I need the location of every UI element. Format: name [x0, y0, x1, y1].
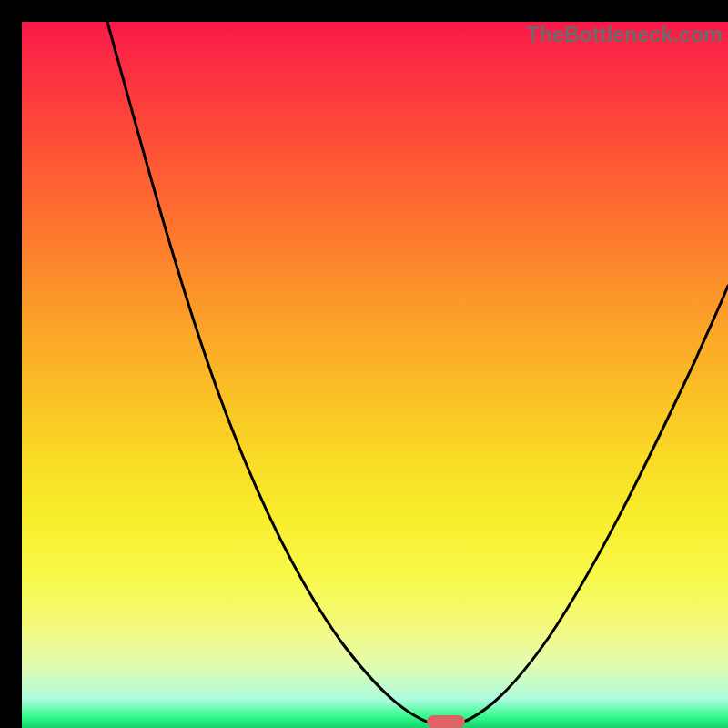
curve-path	[107, 22, 728, 727]
chart-frame: TheBottleneck.com	[11, 11, 717, 717]
bottleneck-curve	[22, 22, 728, 728]
minimum-marker	[427, 715, 465, 728]
plot-area: TheBottleneck.com	[22, 22, 728, 728]
